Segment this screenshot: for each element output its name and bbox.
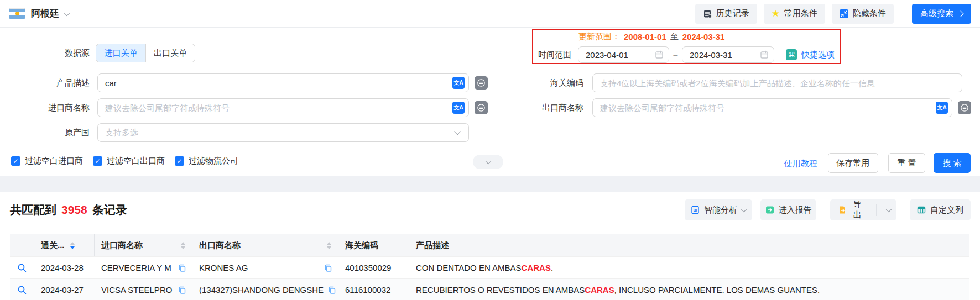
header-detail-column — [10, 234, 34, 256]
quick-options-link[interactable]: 快捷选项 — [801, 50, 835, 60]
checkbox-checked-icon: ✓ — [93, 156, 102, 166]
product-desc-input[interactable] — [97, 73, 469, 92]
header-exporter: 出口商名称 — [192, 234, 338, 256]
advanced-search-label: 高级搜索 — [920, 8, 953, 19]
header-hs-code: 海关编码 — [338, 234, 409, 256]
header-importer: 进口商名称 — [95, 234, 192, 256]
export-divider — [876, 204, 877, 216]
copy-icon[interactable] — [178, 264, 186, 272]
export-label: 导出 — [851, 199, 864, 220]
date-cell: 2024-03-28 — [34, 257, 95, 278]
copy-icon[interactable] — [324, 264, 332, 272]
origin-country-label: 原产国 — [12, 123, 90, 142]
toolbar-divider — [903, 7, 903, 20]
history-label: 历史记录 — [716, 8, 749, 19]
sort-control[interactable] — [327, 242, 331, 249]
custom-columns-button[interactable]: 自定义列 — [910, 199, 971, 220]
search-button[interactable]: 搜 索 — [934, 153, 971, 173]
copy-icon[interactable] — [178, 286, 186, 294]
report-icon — [765, 206, 774, 214]
reset-button[interactable]: 重 置 — [888, 153, 925, 173]
hs-code-input[interactable] — [592, 73, 962, 92]
chevron-down-icon — [64, 9, 70, 15]
calendar-icon — [655, 50, 664, 59]
translate-icon[interactable]: 文A — [452, 102, 465, 114]
section-divider — [0, 176, 980, 192]
sort-desc-icon — [181, 246, 185, 249]
chevron-down-icon — [485, 158, 491, 164]
importer-input[interactable] — [97, 98, 469, 117]
command-icon: ⌘ — [786, 49, 797, 60]
product-desc-label: 产品描述 — [12, 73, 90, 92]
importer-cell: CERVECERIA Y M — [95, 257, 192, 278]
enter-report-button[interactable]: 进入报告 — [760, 199, 816, 220]
collapse-form-button[interactable] — [473, 155, 503, 169]
hide-conditions-button[interactable]: 隐藏条件 — [832, 4, 894, 24]
chevron-right-icon — [957, 10, 963, 17]
sort-desc-icon — [70, 246, 75, 249]
update-range-line: 更新范围： 2008-01-01 至 2024-03-31 — [578, 31, 724, 42]
end-date-input[interactable]: 2024-03-31 — [682, 46, 774, 63]
export-button[interactable]: 导出 — [830, 199, 872, 220]
checkbox-checked-icon: ✓ — [175, 156, 184, 166]
filter-blank-exporter-checkbox[interactable]: ✓ 过滤空白出口商 — [93, 156, 165, 166]
time-range-label: 时间范围 — [494, 45, 571, 64]
detail-cell — [10, 279, 34, 300]
desc-highlight: CARAS — [522, 263, 551, 272]
tab-import-declarations[interactable]: 进口关单 — [96, 44, 145, 62]
header-label: 进口商名称 — [101, 240, 143, 251]
favorites-button[interactable]: ★ 常用条件 — [764, 4, 825, 24]
results-prefix: 共匹配到 — [10, 202, 56, 218]
header-label: 海关编码 — [345, 240, 378, 251]
results-summary: 共匹配到 3958 条记录 — [10, 202, 127, 218]
product-desc-cell: CON DENTADO EN AMBAS CARAS . — [409, 257, 969, 278]
end-date-value: 2024-03-31 — [690, 50, 732, 60]
datasource-label: 数据源 — [12, 44, 90, 62]
top-bar: 阿根廷 历史记录 ★ 常用条件 隐藏条件 高级搜索 — [0, 0, 980, 28]
custom-columns-label: 自定义列 — [930, 205, 963, 215]
smart-analysis-button[interactable]: Bi 智能分析 — [685, 199, 752, 220]
filter-logistics-checkbox[interactable]: ✓ 过滤物流公司 — [175, 156, 238, 166]
sort-asc-icon — [327, 242, 331, 245]
copy-icon[interactable] — [328, 286, 336, 294]
country-selector[interactable]: 阿根廷 — [9, 7, 69, 20]
save-conditions-button[interactable]: 保存常用 — [828, 153, 878, 173]
translate-icon[interactable]: 文A — [452, 77, 465, 89]
synonym-match-icon[interactable] — [475, 101, 488, 114]
synonym-match-icon[interactable] — [958, 101, 971, 114]
start-date-input[interactable]: 2023-04-01 — [578, 46, 669, 63]
exporter-label: 出口商名称 — [506, 98, 583, 117]
favorites-label: 常用条件 — [784, 8, 817, 19]
update-range-to: 至 — [670, 31, 679, 42]
filter-blank-importer-checkbox[interactable]: ✓ 过滤空白进口商 — [11, 156, 83, 166]
filter-label: 过滤空白进口商 — [25, 156, 83, 166]
origin-country-select[interactable]: 支持多选 — [97, 123, 469, 142]
hs-code-cell: 6116100032 — [338, 279, 409, 300]
view-detail-magnifier-icon[interactable] — [17, 285, 27, 295]
exporter-input[interactable] — [592, 98, 952, 117]
synonym-match-icon[interactable] — [475, 76, 488, 90]
start-date-value: 2023-04-01 — [586, 50, 628, 60]
results-count: 3958 — [61, 203, 87, 217]
export-dropdown-button[interactable] — [881, 199, 897, 220]
desc-text: RECUBIERTOS O REVESTIDOS EN AMBAS — [416, 285, 585, 294]
table-row: 2024-03-27 VICSA STEELPRO (134327)SHANDO… — [10, 278, 969, 300]
quick-options[interactable]: ⌘ 快捷选项 — [786, 49, 835, 60]
sort-control[interactable] — [181, 242, 185, 249]
translate-icon[interactable]: 文A — [936, 102, 948, 114]
tutorial-link[interactable]: 使用教程 — [784, 159, 817, 169]
top-bar-actions: 历史记录 ★ 常用条件 隐藏条件 高级搜索 — [689, 4, 971, 24]
filter-label: 过滤物流公司 — [189, 156, 238, 166]
advanced-search-button[interactable]: 高级搜索 — [912, 4, 971, 24]
sort-control[interactable] — [70, 242, 75, 249]
history-button[interactable]: 历史记录 — [695, 4, 757, 24]
desc-highlight: CARAS — [585, 285, 614, 294]
product-desc-cell: RECUBIERTOS O REVESTIDOS EN AMBAS CARAS … — [409, 279, 969, 300]
chevron-down-icon — [885, 206, 892, 212]
date-cell: 2024-03-27 — [34, 279, 95, 300]
importer-name: CERVECERIA Y M — [101, 263, 171, 272]
view-detail-magnifier-icon[interactable] — [17, 263, 27, 273]
table-row: 2024-03-28 CERVECERIA Y M KRONES AG 4010… — [10, 256, 969, 278]
tab-export-declarations[interactable]: 出口关单 — [145, 44, 195, 62]
update-range-end: 2024-03-31 — [682, 32, 725, 41]
